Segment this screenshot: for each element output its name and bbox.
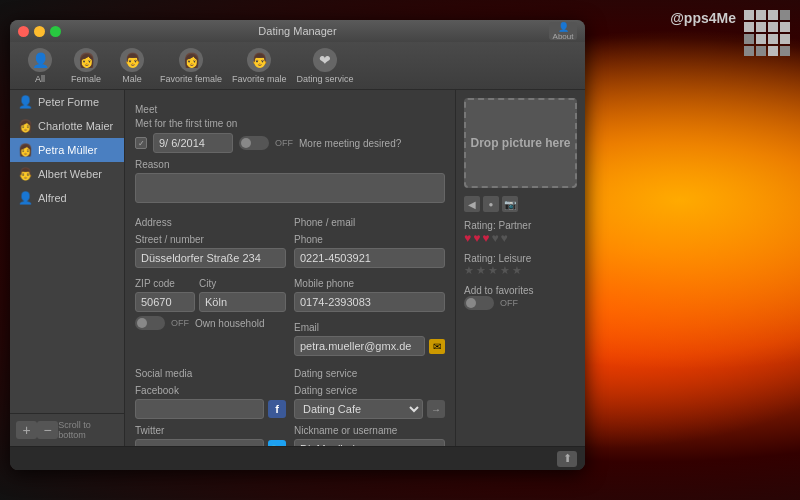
own-household-toggle[interactable]	[135, 316, 165, 330]
phone-input[interactable]	[294, 248, 445, 268]
twitter-input[interactable]	[135, 439, 264, 446]
toolbar-fav-male[interactable]: 👨 Favorite male	[228, 44, 291, 88]
toolbar: 👤 All 👩 Female 👨 Male 👩 Favorite female …	[10, 42, 585, 90]
favorites-toggle[interactable]	[464, 296, 494, 310]
rating-leisure-label: Rating: Leisure	[464, 253, 577, 264]
star-2[interactable]: ★	[476, 264, 486, 277]
window-title: Dating Manager	[258, 25, 336, 37]
mobile-input[interactable]	[294, 292, 445, 312]
heart-1[interactable]: ♥	[464, 231, 471, 245]
dating-icon: ❤	[313, 48, 337, 72]
remove-contact-button[interactable]: −	[37, 421, 58, 439]
toolbar-male[interactable]: 👨 Male	[110, 44, 154, 88]
female-icon: 👩	[74, 48, 98, 72]
traffic-lights	[18, 26, 61, 37]
facebook-row: f	[135, 399, 286, 419]
star-5[interactable]: ★	[512, 264, 522, 277]
heart-3[interactable]: ♥	[482, 231, 489, 245]
title-bar: Dating Manager 👤 About	[10, 20, 585, 42]
heart-5[interactable]: ♥	[501, 231, 508, 245]
sidebar-bottom: + − Scroll to bottom	[10, 413, 124, 446]
rating-leisure-section: Rating: Leisure ★ ★ ★ ★ ★	[464, 253, 577, 277]
watermark: @pps4Me	[670, 10, 790, 60]
contact-icon: 👤	[18, 95, 33, 109]
own-household-label: Own household	[195, 318, 265, 329]
contact-icon: 👤	[18, 191, 33, 205]
media-controls: ◀ ● 📷	[464, 196, 577, 212]
email-icon[interactable]: ✉	[429, 339, 445, 354]
drop-picture-zone[interactable]: Drop picture here	[464, 98, 577, 188]
add-contact-button[interactable]: +	[16, 421, 37, 439]
contact-alfred[interactable]: 👤 Alfred	[10, 186, 124, 210]
nickname-input[interactable]	[294, 439, 445, 446]
camera-button[interactable]: 📷	[502, 196, 518, 212]
add-favorites-label: Add to favorites	[464, 285, 577, 296]
about-button[interactable]: 👤 About	[549, 22, 577, 40]
more-meeting-toggle[interactable]	[239, 136, 269, 150]
toolbar-fav-female[interactable]: 👩 Favorite female	[156, 44, 226, 88]
share-button[interactable]: ⬆	[557, 451, 577, 467]
address-section-label: Address	[135, 217, 286, 228]
toolbar-female[interactable]: 👩 Female	[64, 44, 108, 88]
male-icon: 👨	[120, 48, 144, 72]
contact-albert[interactable]: 👨 Albert Weber	[10, 162, 124, 186]
watermark-text: @pps4Me	[670, 10, 736, 26]
contact-icon: 👨	[18, 167, 33, 181]
dating-service-select[interactable]: Dating Cafe Tinder	[294, 399, 423, 419]
fav-female-icon: 👩	[179, 48, 203, 72]
address-phone-section: Address Street / number ZIP code City	[135, 211, 445, 356]
heart-2[interactable]: ♥	[473, 231, 480, 245]
content-area: 👤 Peter Forme 👩 Charlotte Maier 👩 Petra …	[10, 90, 585, 446]
leisure-stars[interactable]: ★ ★ ★ ★ ★	[464, 264, 577, 277]
meet-section-label: Meet	[135, 104, 445, 115]
partner-hearts[interactable]: ♥ ♥ ♥ ♥ ♥	[464, 231, 577, 245]
facebook-input[interactable]	[135, 399, 264, 419]
star-3[interactable]: ★	[488, 264, 498, 277]
phone-section-label: Phone / email	[294, 217, 445, 228]
main-panel: Meet Met for the first time on ✓ OFF Mor…	[125, 90, 455, 446]
close-button[interactable]	[18, 26, 29, 37]
rating-partner-section: Rating: Partner ♥ ♥ ♥ ♥ ♥	[464, 220, 577, 245]
social-dating-section: Social media Facebook f Twitter 🐦 Google…	[135, 362, 445, 446]
star-4[interactable]: ★	[500, 264, 510, 277]
contact-charlotte[interactable]: 👩 Charlotte Maier	[10, 114, 124, 138]
street-input[interactable]	[135, 248, 286, 268]
email-input[interactable]	[294, 336, 425, 356]
toolbar-dating[interactable]: ❤ Dating service	[293, 44, 358, 88]
sidebar: 👤 Peter Forme 👩 Charlotte Maier 👩 Petra …	[10, 90, 125, 446]
toolbar-all[interactable]: 👤 All	[18, 44, 62, 88]
star-1[interactable]: ★	[464, 264, 474, 277]
dating-service-arrow[interactable]: →	[427, 400, 445, 418]
reason-input[interactable]	[135, 173, 445, 203]
more-meeting-label: More meeting desired?	[299, 138, 401, 149]
minimize-button[interactable]	[34, 26, 45, 37]
dating-section-label: Dating service	[294, 368, 445, 379]
city-input[interactable]	[199, 292, 286, 312]
prev-media-button[interactable]: ◀	[464, 196, 480, 212]
reason-label: Reason	[135, 159, 445, 170]
all-icon: 👤	[28, 48, 52, 72]
more-meeting-off: OFF	[275, 138, 293, 148]
met-date-input[interactable]	[153, 133, 233, 153]
main-window: Dating Manager 👤 About 👤 All 👩 Female 👨 …	[10, 20, 585, 470]
heart-4[interactable]: ♥	[491, 231, 498, 245]
contact-petra[interactable]: 👩 Petra Müller	[10, 138, 124, 162]
play-button[interactable]: ●	[483, 196, 499, 212]
met-checkbox[interactable]: ✓	[135, 137, 147, 149]
met-label: Met for the first time on	[135, 118, 237, 129]
maximize-button[interactable]	[50, 26, 61, 37]
fav-male-icon: 👨	[247, 48, 271, 72]
rating-partner-label: Rating: Partner	[464, 220, 577, 231]
add-favorites-section: Add to favorites OFF	[464, 285, 577, 310]
contact-icon: 👩	[18, 119, 33, 133]
city-label: City	[199, 278, 286, 289]
contact-icon: 👩	[18, 143, 33, 157]
contact-peter[interactable]: 👤 Peter Forme	[10, 90, 124, 114]
favorites-toggle-label: OFF	[500, 298, 518, 308]
zip-label: ZIP code	[135, 278, 195, 289]
facebook-icon[interactable]: f	[268, 400, 286, 418]
right-panel: Drop picture here ◀ ● 📷 Rating: Partner …	[455, 90, 585, 446]
zip-input[interactable]	[135, 292, 195, 312]
social-section-label: Social media	[135, 368, 286, 379]
bottom-bar: ⬆	[10, 446, 585, 470]
